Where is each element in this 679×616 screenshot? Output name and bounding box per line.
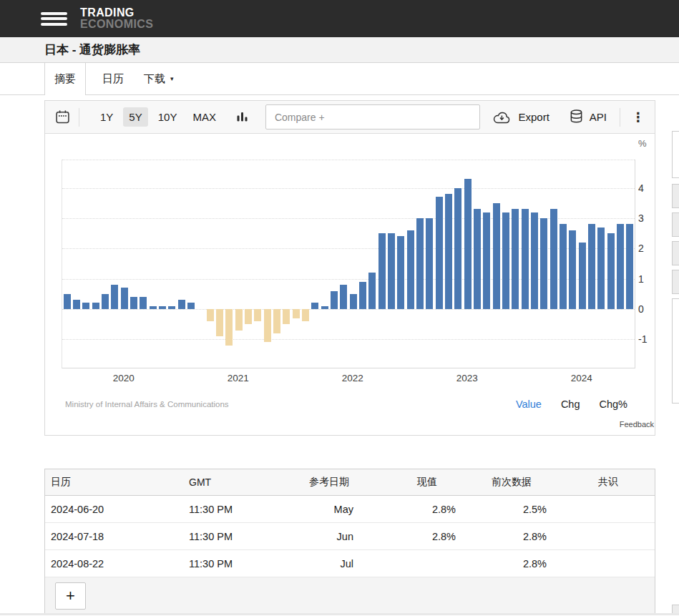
bar-2021-12[interactable] (340, 285, 347, 309)
series-link-value[interactable]: Value (516, 399, 542, 410)
bar-2020-10[interactable] (207, 309, 214, 321)
bar-2022-09[interactable] (426, 218, 433, 309)
table-header-row: 日历GMT参考日期现值前次数据共识 (45, 469, 655, 496)
bar-2019-11[interactable] (102, 294, 109, 309)
bar-2021-03[interactable] (254, 309, 261, 321)
table-footer: + (45, 577, 655, 615)
bar-2019-08[interactable] (73, 300, 80, 309)
series-link-chgpct[interactable]: Chg% (600, 399, 628, 410)
bar-2022-06[interactable] (397, 236, 404, 309)
api-button[interactable]: API (570, 109, 607, 124)
bar-2022-07[interactable] (407, 230, 414, 309)
table-cell: 2.5% (456, 496, 547, 523)
bar-2019-12[interactable] (111, 285, 118, 309)
calendar-icon[interactable] (55, 109, 70, 124)
bar-2019-07[interactable] (64, 294, 71, 309)
bar-2023-04[interactable] (493, 203, 500, 309)
bar-2020-05[interactable] (159, 306, 166, 309)
bar-2024-05[interactable] (617, 224, 624, 308)
feedback-link[interactable]: Feedback (620, 420, 654, 429)
bar-2023-12[interactable] (569, 230, 576, 309)
gridline (62, 279, 635, 280)
bar-2022-02[interactable] (359, 282, 366, 309)
range-button-max[interactable]: MAX (187, 107, 222, 127)
bar-2021-04[interactable] (264, 309, 271, 343)
bar-2024-06[interactable] (626, 224, 633, 308)
tab-summary[interactable]: 摘要 (44, 63, 86, 95)
compare-input[interactable] (265, 104, 480, 129)
bar-2024-03[interactable] (597, 228, 605, 309)
bar-2021-07[interactable] (293, 309, 300, 318)
page-title: 日本 - 通货膨胀率 (44, 41, 140, 58)
bar-2021-06[interactable] (283, 309, 290, 324)
bar-2023-10[interactable] (550, 209, 557, 309)
bar-2021-11[interactable] (331, 291, 338, 309)
range-button-5y[interactable]: 5Y (123, 107, 147, 127)
bar-2021-09[interactable] (311, 303, 318, 308)
column-header: GMT (183, 469, 288, 496)
bar-2022-04[interactable] (378, 233, 386, 309)
bar-2021-10[interactable] (321, 306, 328, 309)
table-row[interactable]: 2024-06-2011:30 PMMay2.8%2.5% (45, 496, 655, 523)
bar-2021-08[interactable] (302, 309, 309, 321)
gridline (62, 160, 635, 160)
bar-2023-03[interactable] (483, 212, 490, 309)
logo-line2: ECONOMICS (80, 19, 153, 30)
bar-2024-04[interactable] (607, 233, 615, 309)
bar-2021-02[interactable] (245, 309, 252, 324)
chart-type-icon[interactable] (237, 111, 248, 123)
bar-2024-01[interactable] (579, 243, 586, 309)
bar-2020-08[interactable] (187, 303, 195, 308)
bar-2022-05[interactable] (388, 233, 395, 309)
bar-2020-07[interactable] (178, 300, 185, 309)
bar-2021-05[interactable] (273, 309, 280, 333)
bar-2021-01[interactable] (235, 309, 243, 331)
bar-2023-05[interactable] (502, 212, 509, 309)
trading-economics-logo[interactable]: TRADING ECONOMICS (80, 7, 153, 30)
bar-2023-07[interactable] (522, 209, 529, 309)
bar-2020-03[interactable] (140, 297, 147, 309)
export-button[interactable]: Export (492, 110, 549, 124)
bar-2023-08[interactable] (531, 212, 538, 309)
more-options-icon[interactable]: ⋮ (632, 109, 645, 124)
bar-2020-02[interactable] (130, 297, 137, 309)
series-link-chg[interactable]: Chg (561, 399, 580, 410)
bar-2023-11[interactable] (560, 224, 567, 308)
range-button-1y[interactable]: 1Y (94, 107, 119, 127)
tab-download[interactable]: 下载 ▾ (136, 63, 182, 94)
column-header: 共识 (547, 469, 655, 496)
bar-2023-09[interactable] (540, 218, 547, 309)
bar-2020-12[interactable] (225, 309, 233, 346)
bar-2022-03[interactable] (368, 273, 376, 309)
table-cell: 2024-06-20 (45, 496, 183, 523)
bar-2020-04[interactable] (150, 306, 157, 309)
bar-2023-06[interactable] (512, 209, 519, 309)
bar-2020-01[interactable] (121, 288, 128, 309)
add-indicator-button[interactable]: + (55, 582, 86, 610)
table-cell: 2.8% (456, 523, 547, 550)
x-axis-label: 2020 (113, 373, 135, 383)
table-row[interactable]: 2024-08-2211:30 PMJul2.8% (45, 550, 655, 577)
x-axis-label: 2022 (342, 373, 363, 383)
bar-2024-02[interactable] (588, 224, 595, 308)
bar-2023-02[interactable] (474, 209, 481, 309)
chart-plot[interactable] (62, 160, 635, 368)
table-row[interactable]: 2024-07-1811:30 PMJun2.8%2.8% (45, 523, 655, 550)
bar-2022-10[interactable] (436, 197, 443, 309)
calendar-table: 日历GMT参考日期现值前次数据共识 2024-06-2011:30 PMMay2… (45, 469, 655, 577)
bar-2023-01[interactable] (464, 179, 472, 309)
bar-2019-10[interactable] (92, 303, 99, 308)
tab-calendar[interactable]: 日历 (94, 63, 132, 94)
bar-2022-12[interactable] (454, 188, 461, 309)
bar-2020-06[interactable] (168, 306, 175, 309)
table-cell: 11:30 PM (183, 523, 288, 550)
bar-2022-01[interactable] (350, 294, 357, 309)
bar-2020-11[interactable] (216, 309, 223, 336)
bar-2022-11[interactable] (445, 194, 452, 309)
table-cell (547, 550, 655, 577)
bar-2019-09[interactable] (82, 303, 89, 308)
column-header: 参考日期 (288, 469, 354, 496)
bar-2022-08[interactable] (416, 218, 424, 309)
hamburger-menu-icon[interactable] (41, 9, 67, 28)
range-button-10y[interactable]: 10Y (152, 107, 183, 127)
